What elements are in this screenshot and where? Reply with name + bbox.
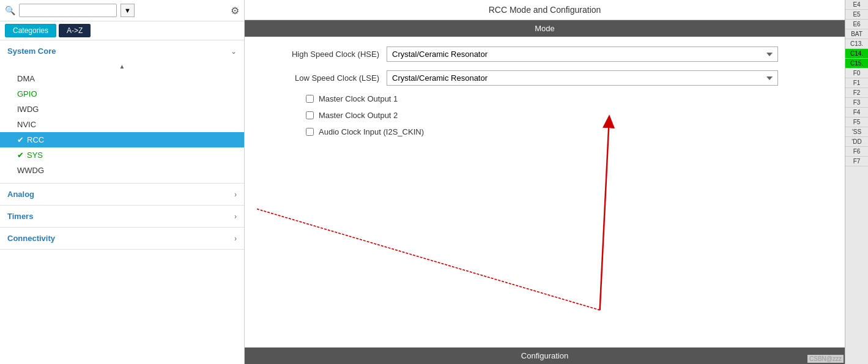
menu-item-rcc[interactable]: ✔ RCC	[0, 132, 244, 147]
menu-item-iwdg[interactable]: IWDG	[0, 102, 244, 117]
main-content: RCC Mode and Configuration Mode High Spe…	[245, 0, 845, 364]
pin-f2[interactable]: F2	[845, 88, 868, 98]
mode-body: High Speed Clock (HSE) Crystal/Ceramic R…	[245, 37, 845, 347]
mco2-label: Master Clock Output 2	[319, 111, 398, 120]
sidebar: 🔍 ▼ ⚙ Categories A->Z System Core ⌄ ▲ DM…	[0, 0, 245, 364]
category-header-connectivity[interactable]: Connectivity ›	[0, 228, 244, 249]
iwdg-label: IWDG	[17, 105, 39, 114]
system-core-items: DMA GPIO IWDG NVIC ✔ RCC ✔ SYS	[0, 71, 244, 183]
pin-f6[interactable]: F6	[845, 147, 868, 157]
pin-f0[interactable]: F0	[845, 69, 868, 78]
hse-select[interactable]: Crystal/Ceramic Resonator Disable BYPASS…	[387, 46, 778, 62]
lse-select[interactable]: Crystal/Ceramic Resonator Disable BYPASS…	[387, 70, 778, 86]
menu-item-dma[interactable]: DMA	[0, 71, 244, 86]
mco1-row: Master Clock Output 1	[306, 94, 833, 103]
dma-label: DMA	[17, 74, 35, 83]
search-icon: 🔍	[5, 6, 15, 15]
hse-label: High Speed Clock (HSE)	[257, 50, 379, 59]
pin-f7[interactable]: F7	[845, 157, 868, 166]
system-core-label: System Core	[7, 46, 56, 56]
lse-label: Low Speed Clock (LSE)	[257, 73, 379, 83]
pin-f3[interactable]: F3	[845, 98, 868, 108]
page-title: RCC Mode and Configuration	[245, 0, 845, 20]
i2sckin-row: Audio Clock Input (I2S_CKIN)	[306, 127, 833, 136]
category-header-analog[interactable]: Analog ›	[0, 184, 244, 205]
nvic-label: NVIC	[17, 120, 36, 129]
pin-c15[interactable]: C15.	[845, 59, 868, 69]
connectivity-chevron: ›	[234, 234, 237, 243]
mode-section: Mode High Speed Clock (HSE) Crystal/Cera…	[245, 20, 845, 347]
wwdg-label: WWDG	[17, 166, 44, 175]
sys-check-icon: ✔	[17, 150, 24, 160]
pin-e4[interactable]: E4	[845, 0, 868, 10]
section-system-core: System Core ⌄ ▲ DMA GPIO IWDG NVIC ✔	[0, 40, 244, 184]
mco1-checkbox[interactable]	[306, 95, 314, 103]
rcc-check-icon: ✔	[17, 135, 24, 144]
right-pins: E4 E5 E6 BAT C13. C14. C15. F0 F1 F2 F3 …	[845, 0, 868, 364]
section-analog: Analog ›	[0, 184, 244, 206]
category-header-timers[interactable]: Timers ›	[0, 206, 244, 227]
pin-c14[interactable]: C14.	[845, 49, 868, 59]
section-connectivity: Connectivity ›	[0, 228, 244, 250]
timers-label: Timers	[7, 212, 33, 221]
pin-f5[interactable]: F5	[845, 117, 868, 127]
search-dropdown-button[interactable]: ▼	[121, 4, 135, 17]
connectivity-label: Connectivity	[7, 234, 55, 243]
mco2-checkbox[interactable]	[306, 111, 314, 119]
rcc-label: RCC	[27, 135, 44, 144]
tab-categories[interactable]: Categories	[5, 24, 56, 37]
analog-chevron: ›	[234, 190, 237, 199]
menu-item-sys[interactable]: ✔ SYS	[0, 147, 244, 163]
analog-label: Analog	[7, 190, 34, 199]
tab-bar: Categories A->Z	[0, 21, 244, 40]
mco1-label: Master Clock Output 1	[319, 94, 398, 103]
category-header-system-core[interactable]: System Core ⌄	[0, 40, 244, 62]
mode-header: Mode	[245, 20, 845, 37]
gear-button[interactable]: ⚙	[231, 5, 239, 17]
sidebar-content: System Core ⌄ ▲ DMA GPIO IWDG NVIC ✔	[0, 40, 244, 364]
pin-e5[interactable]: E5	[845, 10, 868, 20]
pin-ss[interactable]: 'SS	[845, 127, 868, 137]
system-core-chevron: ⌄	[231, 47, 237, 56]
mco2-row: Master Clock Output 2	[306, 111, 833, 120]
search-bar: 🔍 ▼ ⚙	[0, 0, 244, 21]
gpio-label: GPIO	[17, 89, 37, 98]
hse-row: High Speed Clock (HSE) Crystal/Ceramic R…	[257, 46, 833, 62]
search-input[interactable]	[19, 4, 117, 17]
pin-dd[interactable]: 'DD	[845, 137, 868, 147]
pin-bat[interactable]: BAT	[845, 29, 868, 39]
menu-item-nvic[interactable]: NVIC	[0, 117, 244, 132]
sys-label: SYS	[27, 150, 43, 160]
section-timers: Timers ›	[0, 206, 244, 228]
tab-atoz[interactable]: A->Z	[59, 24, 91, 37]
pin-f1[interactable]: F1	[845, 78, 868, 88]
menu-item-gpio[interactable]: GPIO	[0, 86, 244, 102]
watermark: CSBN@zzz	[807, 355, 844, 363]
pin-f4[interactable]: F4	[845, 108, 868, 117]
lse-row: Low Speed Clock (LSE) Crystal/Ceramic Re…	[257, 70, 833, 86]
config-bar: Configuration	[245, 347, 845, 364]
pin-e6[interactable]: E6	[845, 20, 868, 29]
i2sckin-checkbox[interactable]	[306, 128, 314, 136]
i2sckin-label: Audio Clock Input (I2S_CKIN)	[319, 127, 424, 136]
pin-c13[interactable]: C13.	[845, 39, 868, 49]
scroll-up-indicator: ▲	[0, 62, 244, 71]
menu-item-wwdg[interactable]: WWDG	[0, 163, 244, 178]
timers-chevron: ›	[234, 212, 237, 221]
